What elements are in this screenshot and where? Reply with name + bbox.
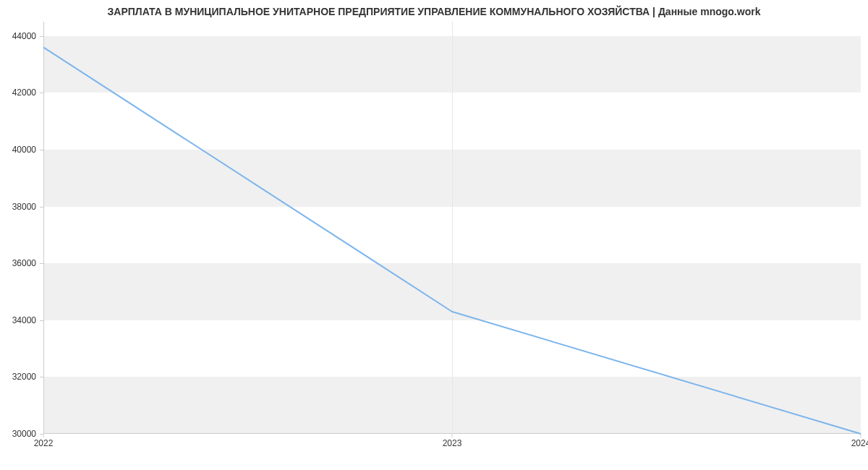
y-tick-mark [40, 207, 43, 208]
plot-area: 3000032000340003600038000400004200044000… [43, 22, 861, 434]
y-tick-mark [40, 263, 43, 264]
y-tick-label: 34000 [12, 315, 36, 325]
chart-title: ЗАРПЛАТА В МУНИЦИПАЛЬНОЕ УНИТАРНОЕ ПРЕДП… [0, 6, 868, 17]
x-tick-mark [452, 434, 453, 437]
y-tick-label: 36000 [12, 258, 36, 268]
salary-series [43, 47, 861, 434]
y-tick-mark [40, 93, 43, 93]
line-layer [43, 22, 861, 434]
x-tick-mark [43, 434, 44, 437]
y-tick-label: 38000 [12, 202, 36, 212]
x-tick-label: 2024 [851, 438, 868, 448]
y-tick-label: 30000 [12, 429, 36, 439]
y-tick-mark [40, 377, 43, 377]
y-tick-label: 40000 [12, 145, 36, 155]
y-tick-label: 44000 [12, 31, 36, 41]
y-tick-label: 32000 [12, 372, 36, 382]
y-tick-label: 42000 [12, 87, 36, 98]
y-tick-mark [40, 150, 43, 150]
chart-container: ЗАРПЛАТА В МУНИЦИПАЛЬНОЕ УНИТАРНОЕ ПРЕДП… [0, 0, 868, 470]
y-tick-mark [40, 320, 43, 321]
x-tick-label: 2023 [443, 438, 462, 448]
x-tick-mark [861, 434, 861, 437]
x-tick-label: 2022 [34, 438, 54, 448]
y-tick-mark [40, 36, 43, 37]
